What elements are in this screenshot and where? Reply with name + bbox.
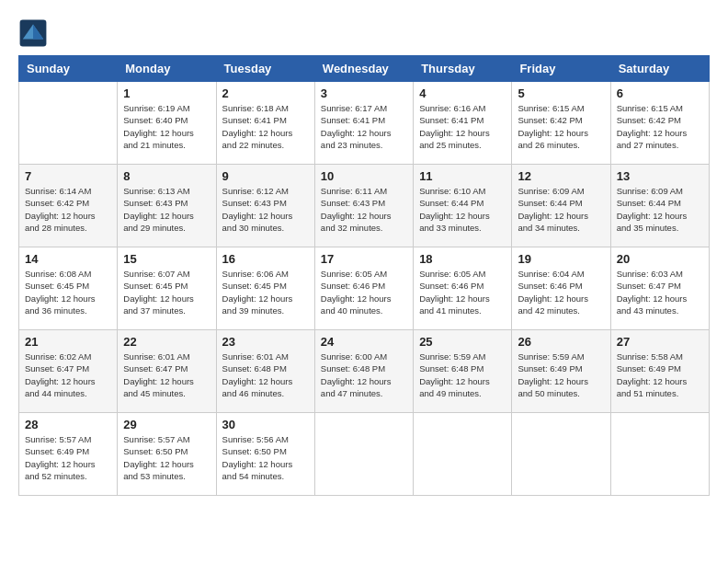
calendar-cell [414,413,512,496]
calendar-cell: 8Sunrise: 6:13 AM Sunset: 6:43 PM Daylig… [118,165,216,247]
day-number: 10 [321,169,407,183]
calendar-cell: 3Sunrise: 6:17 AM Sunset: 6:41 PM Daylig… [314,82,413,165]
day-number: 2 [222,86,309,100]
day-number: 17 [321,252,407,266]
calendar-cell: 26Sunrise: 5:59 AM Sunset: 6:49 PM Dayli… [512,330,610,413]
day-of-week-header: Saturday [610,56,709,82]
calendar-cell: 27Sunrise: 5:58 AM Sunset: 6:49 PM Dayli… [610,330,709,413]
day-info: Sunrise: 6:07 AM Sunset: 6:45 PM Dayligh… [123,268,210,316]
day-info: Sunrise: 5:57 AM Sunset: 6:50 PM Dayligh… [123,433,210,482]
day-of-week-header: Tuesday [216,56,314,82]
day-info: Sunrise: 5:57 AM Sunset: 6:49 PM Dayligh… [25,433,111,482]
calendar-cell: 16Sunrise: 6:06 AM Sunset: 6:45 PM Dayli… [216,247,314,330]
day-info: Sunrise: 6:03 AM Sunset: 6:47 PM Dayligh… [617,268,703,316]
day-number: 15 [123,252,210,266]
calendar-cell: 4Sunrise: 6:16 AM Sunset: 6:41 PM Daylig… [414,82,512,165]
day-number: 12 [518,169,604,183]
day-number: 29 [123,418,210,431]
day-number: 24 [321,335,407,349]
day-info: Sunrise: 6:09 AM Sunset: 6:44 PM Dayligh… [617,185,703,234]
day-info: Sunrise: 6:01 AM Sunset: 6:47 PM Dayligh… [123,350,210,399]
day-number: 4 [419,86,506,100]
calendar-cell: 30Sunrise: 5:56 AM Sunset: 6:50 PM Dayli… [216,413,314,496]
calendar-cell: 13Sunrise: 6:09 AM Sunset: 6:44 PM Dayli… [610,165,709,247]
day-of-week-header: Friday [512,56,610,82]
calendar-cell: 9Sunrise: 6:12 AM Sunset: 6:43 PM Daylig… [216,165,314,247]
day-info: Sunrise: 6:11 AM Sunset: 6:43 PM Dayligh… [321,185,407,234]
calendar-cell: 25Sunrise: 5:59 AM Sunset: 6:48 PM Dayli… [414,330,512,413]
calendar-week-row: 14Sunrise: 6:08 AM Sunset: 6:45 PM Dayli… [19,247,710,330]
calendar-table: SundayMondayTuesdayWednesdayThursdayFrid… [18,55,710,496]
day-number: 1 [123,86,210,100]
calendar-cell: 1Sunrise: 6:19 AM Sunset: 6:40 PM Daylig… [118,82,216,165]
day-number: 14 [25,252,111,266]
day-info: Sunrise: 6:12 AM Sunset: 6:43 PM Dayligh… [222,185,309,234]
day-info: Sunrise: 6:18 AM Sunset: 6:41 PM Dayligh… [222,102,309,151]
day-info: Sunrise: 6:10 AM Sunset: 6:44 PM Dayligh… [419,185,506,234]
calendar-week-row: 1Sunrise: 6:19 AM Sunset: 6:40 PM Daylig… [19,82,710,165]
day-info: Sunrise: 5:59 AM Sunset: 6:49 PM Dayligh… [518,350,604,399]
calendar-cell: 7Sunrise: 6:14 AM Sunset: 6:42 PM Daylig… [19,165,118,247]
day-number: 3 [321,86,407,100]
day-info: Sunrise: 6:08 AM Sunset: 6:45 PM Dayligh… [25,268,111,316]
page-header [18,18,710,48]
calendar-body: 1Sunrise: 6:19 AM Sunset: 6:40 PM Daylig… [19,82,710,496]
day-info: Sunrise: 5:56 AM Sunset: 6:50 PM Dayligh… [222,433,309,482]
day-number: 23 [222,335,309,349]
calendar-week-row: 28Sunrise: 5:57 AM Sunset: 6:49 PM Dayli… [19,413,710,496]
calendar-cell: 23Sunrise: 6:01 AM Sunset: 6:48 PM Dayli… [216,330,314,413]
calendar-cell: 24Sunrise: 6:00 AM Sunset: 6:48 PM Dayli… [314,330,413,413]
day-number: 22 [123,335,210,349]
calendar-cell: 10Sunrise: 6:11 AM Sunset: 6:43 PM Dayli… [314,165,413,247]
day-info: Sunrise: 6:05 AM Sunset: 6:46 PM Dayligh… [419,268,506,316]
day-info: Sunrise: 6:00 AM Sunset: 6:48 PM Dayligh… [321,350,407,399]
day-info: Sunrise: 6:13 AM Sunset: 6:43 PM Dayligh… [123,185,210,234]
day-number: 20 [617,252,703,266]
calendar-cell [610,413,709,496]
calendar-cell: 19Sunrise: 6:04 AM Sunset: 6:46 PM Dayli… [512,247,610,330]
day-info: Sunrise: 6:16 AM Sunset: 6:41 PM Dayligh… [419,102,506,151]
calendar-cell: 17Sunrise: 6:05 AM Sunset: 6:46 PM Dayli… [314,247,413,330]
day-info: Sunrise: 6:14 AM Sunset: 6:42 PM Dayligh… [25,185,111,234]
day-number: 19 [518,252,604,266]
day-number: 8 [123,169,210,183]
day-info: Sunrise: 6:15 AM Sunset: 6:42 PM Dayligh… [617,102,703,151]
calendar-cell: 6Sunrise: 6:15 AM Sunset: 6:42 PM Daylig… [610,82,709,165]
day-number: 6 [617,86,703,100]
day-info: Sunrise: 6:19 AM Sunset: 6:40 PM Dayligh… [123,102,210,151]
day-info: Sunrise: 6:09 AM Sunset: 6:44 PM Dayligh… [518,185,604,234]
calendar-cell: 29Sunrise: 5:57 AM Sunset: 6:50 PM Dayli… [118,413,216,496]
day-number: 28 [25,418,111,431]
day-of-week-header: Wednesday [314,56,413,82]
day-number: 13 [617,169,703,183]
calendar-cell: 28Sunrise: 5:57 AM Sunset: 6:49 PM Dayli… [19,413,118,496]
calendar-cell: 18Sunrise: 6:05 AM Sunset: 6:46 PM Dayli… [414,247,512,330]
day-number: 5 [518,86,604,100]
day-info: Sunrise: 5:58 AM Sunset: 6:49 PM Dayligh… [617,350,703,399]
day-number: 7 [25,169,111,183]
days-of-week-row: SundayMondayTuesdayWednesdayThursdayFrid… [19,56,710,82]
day-info: Sunrise: 6:17 AM Sunset: 6:41 PM Dayligh… [321,102,407,151]
day-number: 27 [617,335,703,349]
calendar-cell: 2Sunrise: 6:18 AM Sunset: 6:41 PM Daylig… [216,82,314,165]
calendar-cell: 14Sunrise: 6:08 AM Sunset: 6:45 PM Dayli… [19,247,118,330]
day-number: 18 [419,252,506,266]
day-info: Sunrise: 6:01 AM Sunset: 6:48 PM Dayligh… [222,350,309,399]
calendar-cell: 5Sunrise: 6:15 AM Sunset: 6:42 PM Daylig… [512,82,610,165]
logo [18,18,51,48]
day-number: 16 [222,252,309,266]
calendar-cell: 21Sunrise: 6:02 AM Sunset: 6:47 PM Dayli… [19,330,118,413]
calendar-week-row: 21Sunrise: 6:02 AM Sunset: 6:47 PM Dayli… [19,330,710,413]
day-info: Sunrise: 6:04 AM Sunset: 6:46 PM Dayligh… [518,268,604,316]
calendar-cell [19,82,118,165]
logo-icon [18,18,48,48]
day-of-week-header: Monday [118,56,216,82]
calendar-cell: 11Sunrise: 6:10 AM Sunset: 6:44 PM Dayli… [414,165,512,247]
day-info: Sunrise: 6:06 AM Sunset: 6:45 PM Dayligh… [222,268,309,316]
calendar-cell [314,413,413,496]
day-info: Sunrise: 6:05 AM Sunset: 6:46 PM Dayligh… [321,268,407,316]
day-of-week-header: Sunday [19,56,118,82]
calendar-cell: 20Sunrise: 6:03 AM Sunset: 6:47 PM Dayli… [610,247,709,330]
day-number: 11 [419,169,506,183]
calendar-cell: 15Sunrise: 6:07 AM Sunset: 6:45 PM Dayli… [118,247,216,330]
